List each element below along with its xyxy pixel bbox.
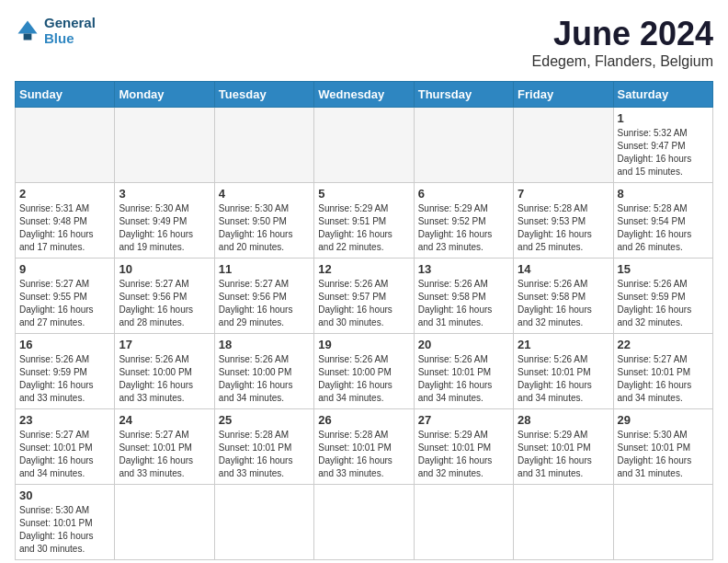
header-friday: Friday bbox=[514, 82, 613, 108]
calendar-cell bbox=[314, 108, 414, 183]
calendar-cell: 6Sunrise: 5:29 AMSunset: 9:52 PMDaylight… bbox=[414, 183, 513, 259]
header: General Blue June 2024 Edegem, Flanders,… bbox=[15, 15, 713, 70]
calendar-cell: 25Sunrise: 5:28 AMSunset: 10:01 PMDaylig… bbox=[214, 409, 313, 485]
header-sunday: Sunday bbox=[16, 82, 115, 108]
day-info: Sunrise: 5:27 AMSunset: 9:56 PMDaylight:… bbox=[119, 278, 210, 329]
day-number: 19 bbox=[318, 338, 409, 351]
day-number: 18 bbox=[219, 338, 310, 351]
day-info: Sunrise: 5:28 AMSunset: 9:53 PMDaylight:… bbox=[518, 202, 609, 254]
calendar-cell bbox=[514, 485, 613, 560]
day-info: Sunrise: 5:28 AMSunset: 10:01 PMDaylight… bbox=[318, 429, 409, 480]
day-number: 27 bbox=[418, 413, 509, 427]
logo-text-general: General bbox=[44, 15, 96, 30]
calendar-cell: 29Sunrise: 5:30 AMSunset: 10:01 PMDaylig… bbox=[613, 409, 712, 485]
calendar-cell bbox=[115, 108, 214, 183]
calendar-cell bbox=[214, 108, 313, 183]
day-info: Sunrise: 5:30 AMSunset: 9:50 PMDaylight:… bbox=[219, 202, 310, 254]
day-info: Sunrise: 5:29 AMSunset: 10:01 PMDaylight… bbox=[518, 429, 609, 480]
day-number: 6 bbox=[418, 187, 509, 201]
day-number: 23 bbox=[19, 413, 110, 427]
calendar-cell bbox=[314, 485, 414, 560]
calendar-cell: 12Sunrise: 5:26 AMSunset: 9:57 PMDayligh… bbox=[314, 259, 414, 334]
logo: General Blue bbox=[15, 15, 96, 46]
day-number: 25 bbox=[219, 413, 310, 427]
calendar-cell: 5Sunrise: 5:29 AMSunset: 9:51 PMDaylight… bbox=[314, 183, 414, 259]
calendar-cell: 15Sunrise: 5:26 AMSunset: 9:59 PMDayligh… bbox=[613, 259, 712, 334]
svg-marker-0 bbox=[18, 21, 38, 34]
day-info: Sunrise: 5:26 AMSunset: 10:00 PMDaylight… bbox=[219, 353, 310, 405]
day-number: 22 bbox=[618, 338, 709, 351]
header-thursday: Thursday bbox=[414, 82, 513, 108]
calendar-table: Sunday Monday Tuesday Wednesday Thursday… bbox=[15, 81, 713, 560]
day-info: Sunrise: 5:26 AMSunset: 9:57 PMDaylight:… bbox=[318, 278, 409, 329]
calendar-cell: 3Sunrise: 5:30 AMSunset: 9:49 PMDaylight… bbox=[115, 183, 214, 259]
svg-rect-1 bbox=[24, 34, 32, 40]
day-info: Sunrise: 5:26 AMSunset: 9:59 PMDaylight:… bbox=[19, 353, 110, 405]
calendar-cell bbox=[214, 485, 313, 560]
day-info: Sunrise: 5:26 AMSunset: 9:58 PMDaylight:… bbox=[518, 278, 609, 329]
day-info: Sunrise: 5:27 AMSunset: 9:55 PMDaylight:… bbox=[19, 278, 110, 329]
day-number: 16 bbox=[19, 338, 110, 351]
day-number: 21 bbox=[518, 338, 609, 351]
calendar-cell bbox=[613, 485, 712, 560]
day-number: 7 bbox=[518, 187, 609, 201]
logo-text-blue: Blue bbox=[44, 30, 96, 46]
day-number: 8 bbox=[618, 187, 709, 201]
header-monday: Monday bbox=[115, 82, 214, 108]
day-info: Sunrise: 5:30 AMSunset: 9:49 PMDaylight:… bbox=[119, 202, 210, 254]
day-number: 26 bbox=[318, 413, 409, 427]
calendar-cell: 23Sunrise: 5:27 AMSunset: 10:01 PMDaylig… bbox=[16, 409, 115, 485]
calendar-cell: 27Sunrise: 5:29 AMSunset: 10:01 PMDaylig… bbox=[414, 409, 513, 485]
day-info: Sunrise: 5:26 AMSunset: 10:01 PMDaylight… bbox=[518, 353, 609, 405]
day-info: Sunrise: 5:26 AMSunset: 10:00 PMDaylight… bbox=[318, 353, 409, 405]
day-number: 29 bbox=[618, 413, 709, 427]
day-number: 13 bbox=[418, 262, 509, 276]
day-info: Sunrise: 5:26 AMSunset: 10:00 PMDaylight… bbox=[119, 353, 210, 405]
weekday-header-row: Sunday Monday Tuesday Wednesday Thursday… bbox=[16, 82, 713, 108]
calendar-cell: 7Sunrise: 5:28 AMSunset: 9:53 PMDaylight… bbox=[514, 183, 613, 259]
calendar-cell: 9Sunrise: 5:27 AMSunset: 9:55 PMDaylight… bbox=[16, 259, 115, 334]
calendar-cell bbox=[414, 485, 513, 560]
header-saturday: Saturday bbox=[613, 82, 712, 108]
calendar-cell: 22Sunrise: 5:27 AMSunset: 10:01 PMDaylig… bbox=[613, 334, 712, 409]
day-info: Sunrise: 5:29 AMSunset: 9:51 PMDaylight:… bbox=[318, 202, 409, 254]
calendar-cell bbox=[514, 108, 613, 183]
day-number: 2 bbox=[19, 187, 110, 201]
day-number: 4 bbox=[219, 187, 310, 201]
calendar-cell: 16Sunrise: 5:26 AMSunset: 9:59 PMDayligh… bbox=[16, 334, 115, 409]
day-number: 15 bbox=[618, 262, 709, 276]
calendar-cell: 4Sunrise: 5:30 AMSunset: 9:50 PMDaylight… bbox=[214, 183, 313, 259]
calendar-cell: 19Sunrise: 5:26 AMSunset: 10:00 PMDaylig… bbox=[314, 334, 414, 409]
day-info: Sunrise: 5:26 AMSunset: 10:01 PMDaylight… bbox=[418, 353, 509, 405]
calendar-cell: 21Sunrise: 5:26 AMSunset: 10:01 PMDaylig… bbox=[514, 334, 613, 409]
calendar-cell: 10Sunrise: 5:27 AMSunset: 9:56 PMDayligh… bbox=[115, 259, 214, 334]
day-info: Sunrise: 5:28 AMSunset: 9:54 PMDaylight:… bbox=[618, 202, 709, 254]
day-number: 30 bbox=[19, 488, 110, 502]
day-number: 5 bbox=[318, 187, 409, 201]
calendar-cell: 24Sunrise: 5:27 AMSunset: 10:01 PMDaylig… bbox=[115, 409, 214, 485]
logo-icon bbox=[15, 17, 40, 43]
day-number: 10 bbox=[119, 262, 210, 276]
calendar-cell: 14Sunrise: 5:26 AMSunset: 9:58 PMDayligh… bbox=[514, 259, 613, 334]
day-number: 9 bbox=[19, 262, 110, 276]
day-info: Sunrise: 5:28 AMSunset: 10:01 PMDaylight… bbox=[219, 429, 310, 480]
location-subtitle: Edegem, Flanders, Belgium bbox=[532, 53, 713, 70]
day-info: Sunrise: 5:26 AMSunset: 9:58 PMDaylight:… bbox=[418, 278, 509, 329]
day-number: 17 bbox=[119, 338, 210, 351]
day-number: 14 bbox=[518, 262, 609, 276]
calendar-cell: 11Sunrise: 5:27 AMSunset: 9:56 PMDayligh… bbox=[214, 259, 313, 334]
day-info: Sunrise: 5:30 AMSunset: 10:01 PMDaylight… bbox=[618, 429, 709, 480]
calendar-cell: 30Sunrise: 5:30 AMSunset: 10:01 PMDaylig… bbox=[16, 485, 115, 560]
day-info: Sunrise: 5:27 AMSunset: 10:01 PMDaylight… bbox=[19, 429, 110, 480]
day-number: 12 bbox=[318, 262, 409, 276]
day-number: 11 bbox=[219, 262, 310, 276]
calendar-cell bbox=[16, 108, 115, 183]
day-number: 20 bbox=[418, 338, 509, 351]
calendar-cell: 13Sunrise: 5:26 AMSunset: 9:58 PMDayligh… bbox=[414, 259, 513, 334]
calendar-cell bbox=[414, 108, 513, 183]
day-info: Sunrise: 5:32 AMSunset: 9:47 PMDaylight:… bbox=[618, 127, 709, 178]
title-section: June 2024 Edegem, Flanders, Belgium bbox=[532, 15, 713, 70]
calendar-cell bbox=[115, 485, 214, 560]
day-info: Sunrise: 5:27 AMSunset: 10:01 PMDaylight… bbox=[618, 353, 709, 405]
day-number: 24 bbox=[119, 413, 210, 427]
